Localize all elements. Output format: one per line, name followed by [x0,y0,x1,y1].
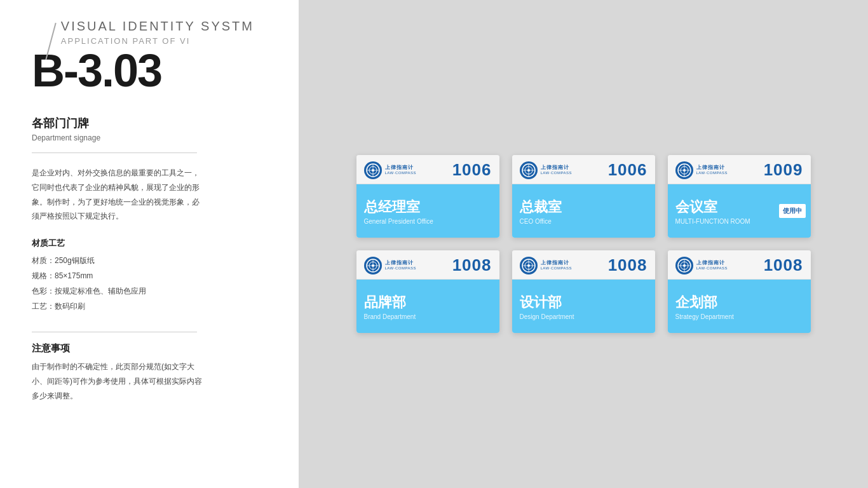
dept-card-6: 上律指南计 LAW·COMPASS 1008 企划部 Strategy Depa… [668,250,811,333]
logo-zh-5: 上律指南计 [541,260,573,266]
cards-grid: 上律指南计 LAW·COMPASS 1006 总经理室 General Pres… [356,155,811,333]
inuse-badge: 使用中 [779,204,806,218]
dept-zh-2: 总裁室 [520,198,648,217]
logo-svg-2 [521,163,536,178]
logo-emblem-6 [675,257,693,274]
logo-zh-6: 上律指南计 [696,260,728,266]
notice-title: 注意事项 [32,342,267,355]
material-item-2: 规格：85×175mm [32,268,267,283]
logo-emblem-1 [364,161,382,179]
room-number-2: 1006 [608,160,648,180]
card-4-body: 品牌部 Brand Department [356,280,499,333]
divider-2 [32,332,197,332]
logo-svg-3 [677,163,692,178]
card-6-body: 企划部 Strategy Department [668,280,811,333]
card-1-header: 上律指南计 LAW·COMPASS 1006 [356,155,499,184]
material-item-1: 材质：250g铜版纸 [32,253,267,268]
card-4-header: 上律指南计 LAW·COMPASS 1008 [356,250,499,280]
dept-zh-5: 设计部 [520,293,648,312]
card-5-logo: 上律指南计 LAW·COMPASS [520,257,573,274]
material-item-3: 色彩：按规定标准色、辅助色应用 [32,283,267,299]
logo-en-4: LAW·COMPASS [385,266,417,271]
room-number-3: 1009 [764,160,803,180]
dept-zh-6: 企划部 [675,293,803,312]
dept-zh-4: 品牌部 [364,293,492,312]
dept-zh-1: 总经理室 [364,198,492,217]
logo-zh-2: 上律指南计 [541,165,573,171]
dept-card-1: 上律指南计 LAW·COMPASS 1006 总经理室 General Pres… [356,155,499,238]
card-4-logo: 上律指南计 LAW·COMPASS [364,257,417,274]
description-text: 是企业对内、对外交换信息的最重要的工具之一，它同时也代表了企业的精神风貌，展现了… [32,166,203,224]
logo-emblem-4 [364,257,382,274]
card-2-body: 总裁室 CEO Office [512,184,655,238]
dept-card-2: 上律指南计 LAW·COMPASS 1006 总裁室 CEO Office [512,155,655,238]
logo-text-2: 上律指南计 LAW·COMPASS [541,165,573,175]
dept-en-5: Design Department [520,313,648,320]
card-3-body: 会议室 MULTI-FUNCTION ROOM 使用中 [668,184,811,238]
room-number-5: 1008 [608,255,648,275]
dept-en-6: Strategy Department [675,313,803,320]
card-6-logo: 上律指南计 LAW·COMPASS [675,257,728,274]
logo-zh-1: 上律指南计 [385,165,417,171]
top-header: VISUAL IDENTITY SYSTM APPLICATION PART O… [50,19,254,60]
card-1-body: 总经理室 General President Office [356,184,499,238]
dept-en-4: Brand Department [364,313,492,320]
card-6-header: 上律指南计 LAW·COMPASS 1008 [668,250,811,280]
vis-subtitle: APPLICATION PART OF VI [61,36,254,46]
materials-title: 材质工艺 [32,238,267,249]
dept-en-2: CEO Office [520,218,648,225]
logo-emblem-5 [520,257,538,274]
logo-svg-5 [521,258,536,273]
logo-svg-6 [677,258,692,273]
logo-en-1: LAW·COMPASS [385,171,417,175]
right-panel: 上律指南计 LAW·COMPASS 1006 总经理室 General Pres… [299,0,868,488]
logo-text-4: 上律指南计 LAW·COMPASS [385,260,417,271]
dept-en-1: General President Office [364,218,492,225]
logo-en-6: LAW·COMPASS [696,266,728,271]
logo-zh-4: 上律指南计 [385,260,417,266]
vis-title: VISUAL IDENTITY SYSTM [61,19,254,34]
logo-emblem-2 [520,161,538,179]
card-3-header: 上律指南计 LAW·COMPASS 1009 [668,155,811,184]
logo-en-3: LAW·COMPASS [696,171,728,175]
page: VISUAL IDENTITY SYSTM APPLICATION PART O… [0,0,868,488]
card-3-logo: 上律指南计 LAW·COMPASS [675,161,728,179]
card-2-header: 上律指南计 LAW·COMPASS 1006 [512,155,655,184]
room-number-6: 1008 [764,255,803,275]
divider-1 [32,152,197,153]
logo-svg-1 [365,163,381,178]
logo-text-3: 上律指南计 LAW·COMPASS [696,165,728,175]
dept-en-3: MULTI-FUNCTION ROOM [675,218,803,225]
logo-text-5: 上律指南计 LAW·COMPASS [541,260,573,271]
dept-card-4: 上律指南计 LAW·COMPASS 1008 品牌部 Brand Departm… [356,250,499,333]
logo-en-5: LAW·COMPASS [541,266,573,271]
dept-card-3: 上律指南计 LAW·COMPASS 1009 会议室 MULTI-FUNCTIO… [668,155,811,238]
notice-text: 由于制作时的不确定性，此页部分规范(如文字大小、间距等)可作为参考使用，具体可根… [32,360,203,403]
card-5-header: 上律指南计 LAW·COMPASS 1008 [512,250,655,280]
logo-text-6: 上律指南计 LAW·COMPASS [696,260,728,271]
logo-emblem-3 [675,161,693,179]
logo-svg-4 [365,258,381,273]
card-5-body: 设计部 Design Department [512,280,655,333]
room-number-4: 1008 [452,255,492,275]
card-1-logo: 上律指南计 LAW·COMPASS [364,161,417,179]
slash-divider [45,23,56,60]
section-title-zh: 各部门门牌 [32,116,267,131]
logo-text-1: 上律指南计 LAW·COMPASS [385,165,417,175]
left-panel: VISUAL IDENTITY SYSTM APPLICATION PART O… [0,0,299,488]
logo-zh-3: 上律指南计 [696,165,728,171]
material-item-4: 工艺：数码印刷 [32,299,267,314]
room-number-1: 1006 [452,160,492,180]
card-2-logo: 上律指南计 LAW·COMPASS [520,161,573,179]
logo-en-2: LAW·COMPASS [541,171,573,175]
dept-card-5: 上律指南计 LAW·COMPASS 1008 设计部 Design Depart… [512,250,655,333]
header-text: VISUAL IDENTITY SYSTM APPLICATION PART O… [61,19,254,46]
materials-list: 材质：250g铜版纸 规格：85×175mm 色彩：按规定标准色、辅助色应用 工… [32,253,267,314]
section-title-en: Department signage [32,133,267,142]
